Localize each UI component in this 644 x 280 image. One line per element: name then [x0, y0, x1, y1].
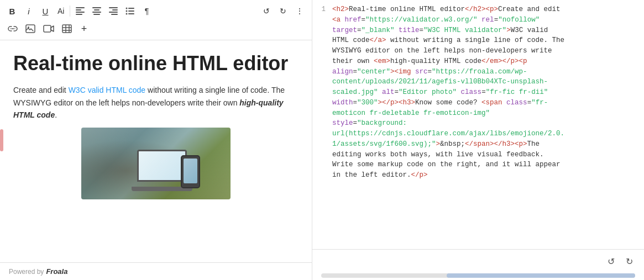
- svg-rect-11: [111, 14, 118, 15]
- powered-by-text: Powered by: [9, 268, 44, 276]
- video-button[interactable]: [40, 21, 57, 36]
- wysiwyg-editor: B i U Ai: [0, 0, 312, 280]
- svg-rect-7: [93, 14, 100, 15]
- svg-rect-2: [76, 12, 85, 13]
- ai-button[interactable]: Ai: [54, 3, 67, 19]
- phone-illustration: [181, 155, 200, 188]
- content-image: [81, 128, 231, 199]
- code-editor: 1 <h2>Real-time online HTML editor</h2><…: [312, 0, 644, 280]
- list-button[interactable]: [122, 3, 138, 19]
- svg-rect-1: [76, 9, 81, 10]
- svg-rect-17: [128, 13, 134, 14]
- svg-point-14: [126, 10, 128, 12]
- laptop-screen: [137, 150, 187, 182]
- align-right-button[interactable]: [106, 3, 121, 19]
- svg-rect-15: [128, 10, 134, 12]
- code-footer: ↺ ↻: [312, 249, 644, 273]
- content-paragraph: Create and edit W3C valid HTML code with…: [13, 84, 299, 121]
- paragraph-text-before-link: Create and edit: [13, 86, 69, 94]
- separator-1: [70, 6, 70, 17]
- link-button[interactable]: [4, 21, 21, 36]
- toolbar-row-2: +: [4, 21, 307, 36]
- w3c-link[interactable]: W3C valid HTML code: [69, 86, 146, 94]
- bold-button[interactable]: B: [4, 3, 20, 19]
- svg-rect-3: [76, 14, 82, 15]
- insert-button[interactable]: +: [76, 21, 92, 36]
- svg-rect-8: [109, 7, 118, 8]
- underline-button[interactable]: U: [38, 3, 53, 19]
- editor-content[interactable]: Real-time online HTML editor Create and …: [0, 40, 312, 262]
- svg-rect-13: [128, 8, 134, 9]
- paragraph-button[interactable]: ¶: [139, 3, 154, 19]
- svg-rect-4: [92, 7, 101, 8]
- svg-rect-9: [112, 9, 118, 10]
- bottom-scrollbar-thumb: [447, 273, 635, 278]
- bottom-scrollbar[interactable]: [321, 273, 635, 278]
- line-numbers: 1: [312, 4, 332, 245]
- redo-button[interactable]: ↻: [275, 3, 291, 19]
- svg-rect-20: [44, 25, 51, 32]
- table-button[interactable]: [59, 21, 75, 36]
- svg-point-16: [126, 13, 128, 15]
- code-content-area[interactable]: 1 <h2>Real-time online HTML editor</h2><…: [312, 0, 644, 249]
- svg-rect-5: [94, 9, 100, 10]
- svg-rect-6: [92, 12, 101, 13]
- code-undo-button[interactable]: ↺: [605, 254, 617, 269]
- svg-rect-21: [62, 25, 71, 33]
- content-image-container: [13, 128, 299, 201]
- more-button[interactable]: ⋮: [292, 3, 307, 19]
- code-redo-button[interactable]: ↻: [624, 254, 635, 269]
- laptop-screen-inner: [139, 151, 185, 180]
- line-number-1: 1: [319, 4, 326, 14]
- align-left-button[interactable]: [72, 3, 88, 19]
- italic-button[interactable]: i: [21, 3, 36, 19]
- svg-point-12: [126, 8, 128, 9]
- svg-rect-0: [76, 7, 85, 8]
- undo-button[interactable]: ↺: [259, 3, 274, 19]
- toolbar-row-1: B i U Ai: [4, 3, 307, 19]
- code-text[interactable]: <h2>Real-time online HTML editor</h2><p>…: [332, 4, 644, 245]
- align-center-button[interactable]: [89, 3, 104, 19]
- toolbar: B i U Ai: [0, 0, 312, 40]
- image-button[interactable]: [22, 21, 39, 36]
- paragraph-end: .: [55, 110, 57, 119]
- froala-brand: Froala: [46, 267, 67, 276]
- svg-rect-10: [109, 12, 118, 13]
- phone-screen: [184, 159, 197, 183]
- editor-footer: Powered by Froala: [0, 262, 312, 280]
- content-heading: Real-time online HTML editor: [13, 51, 299, 75]
